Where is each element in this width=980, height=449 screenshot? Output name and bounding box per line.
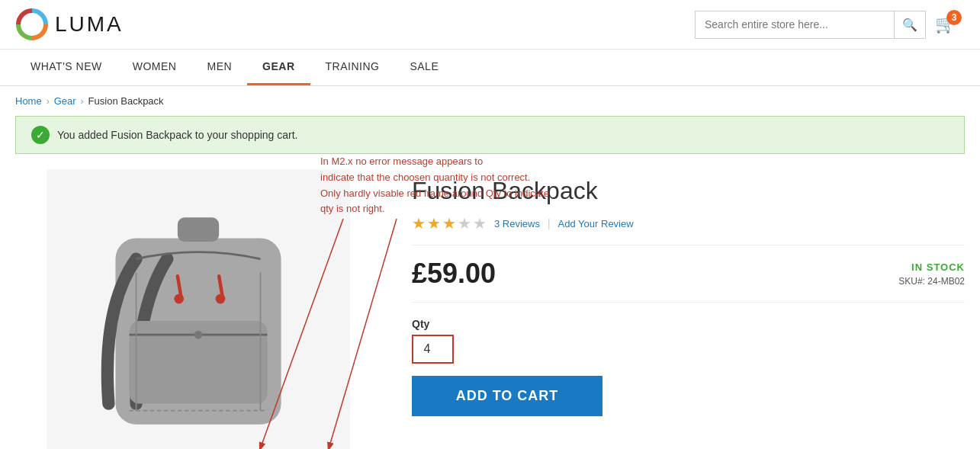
star-rating: ★ ★ ★ ★ ★ bbox=[412, 214, 487, 233]
star-1: ★ bbox=[412, 214, 426, 233]
reviews-link[interactable]: 3 Reviews bbox=[494, 218, 540, 229]
star-2: ★ bbox=[427, 214, 441, 233]
success-text: You added Fusion Backpack to your shoppi… bbox=[57, 129, 297, 141]
nav-item-gear[interactable]: Gear bbox=[247, 50, 310, 85]
nav-item-whats-new[interactable]: What's New bbox=[15, 50, 117, 85]
svg-rect-3 bbox=[178, 217, 219, 242]
qty-label: Qty bbox=[412, 318, 965, 330]
product-title: Fusion Backpack bbox=[412, 177, 965, 205]
nav-link-whats-new[interactable]: What's New bbox=[15, 50, 117, 83]
success-message: ✓ You added Fusion Backpack to your shop… bbox=[15, 116, 965, 154]
breadcrumb-current: Fusion Backpack bbox=[88, 95, 164, 107]
nav-link-women[interactable]: Women bbox=[117, 50, 192, 83]
logo-icon bbox=[15, 8, 49, 41]
nav-item-sale[interactable]: Sale bbox=[394, 50, 454, 85]
svg-point-6 bbox=[194, 331, 203, 339]
cart-count: 3 bbox=[946, 10, 962, 25]
cart-area[interactable]: 🛒 3 bbox=[935, 14, 956, 34]
qty-area: Qty bbox=[412, 318, 965, 364]
product-sku: SKU#: 24-MB02 bbox=[898, 276, 965, 287]
add-review-link[interactable]: Add Your Review bbox=[558, 218, 634, 229]
annotation-line-1: In M2.x no error message appears to bbox=[320, 156, 483, 167]
sku-value: 24-MB02 bbox=[927, 276, 965, 287]
nav-link-sale[interactable]: Sale bbox=[394, 50, 454, 83]
main-nav: What's New Women Men Gear Training Sale bbox=[0, 50, 980, 86]
add-to-cart-button[interactable]: Add to Cart bbox=[412, 376, 602, 416]
nav-link-men[interactable]: Men bbox=[191, 50, 247, 83]
stock-sku: IN STOCK SKU#: 24-MB02 bbox=[898, 261, 965, 287]
review-separator: | bbox=[548, 217, 551, 229]
nav-item-women[interactable]: Women bbox=[117, 50, 192, 85]
price-area: £59.00 IN STOCK SKU#: 24-MB02 bbox=[412, 245, 965, 303]
header: LUMA 🔍 🛒 3 bbox=[0, 0, 980, 50]
star-4: ★ bbox=[458, 214, 471, 233]
breadcrumb-sep-1: › bbox=[47, 96, 50, 107]
breadcrumb: Home › Gear › Fusion Backpack bbox=[0, 86, 980, 116]
sku-label: SKU#: bbox=[898, 276, 925, 287]
logo-link[interactable]: LUMA bbox=[15, 8, 124, 41]
product-image-area bbox=[15, 169, 381, 449]
product-price: £59.00 bbox=[412, 258, 496, 290]
rating-area: ★ ★ ★ ★ ★ 3 Reviews | Add Your Review bbox=[412, 214, 965, 233]
product-image bbox=[31, 169, 366, 449]
stock-status: IN STOCK bbox=[898, 261, 965, 273]
svg-point-8 bbox=[174, 294, 184, 304]
qty-input[interactable] bbox=[412, 335, 454, 364]
search-input[interactable] bbox=[696, 12, 894, 37]
header-right: 🔍 🛒 3 bbox=[695, 11, 965, 39]
nav-link-gear[interactable]: Gear bbox=[247, 50, 310, 85]
star-5: ★ bbox=[473, 214, 487, 233]
breadcrumb-sep-2: › bbox=[81, 96, 84, 107]
nav-item-training[interactable]: Training bbox=[310, 50, 395, 85]
logo-text: LUMA bbox=[55, 12, 124, 37]
breadcrumb-gear[interactable]: Gear bbox=[54, 95, 76, 107]
product-details: Fusion Backpack ★ ★ ★ ★ ★ 3 Reviews | Ad… bbox=[412, 169, 965, 449]
svg-point-10 bbox=[216, 294, 226, 304]
search-button[interactable]: 🔍 bbox=[894, 11, 925, 38]
search-bar: 🔍 bbox=[695, 11, 926, 39]
star-3: ★ bbox=[442, 214, 456, 233]
nav-item-men[interactable]: Men bbox=[191, 50, 247, 85]
success-icon: ✓ bbox=[31, 126, 50, 144]
nav-link-training[interactable]: Training bbox=[310, 50, 395, 83]
product-area: Fusion Backpack ★ ★ ★ ★ ★ 3 Reviews | Ad… bbox=[0, 154, 980, 449]
breadcrumb-home[interactable]: Home bbox=[15, 95, 42, 107]
